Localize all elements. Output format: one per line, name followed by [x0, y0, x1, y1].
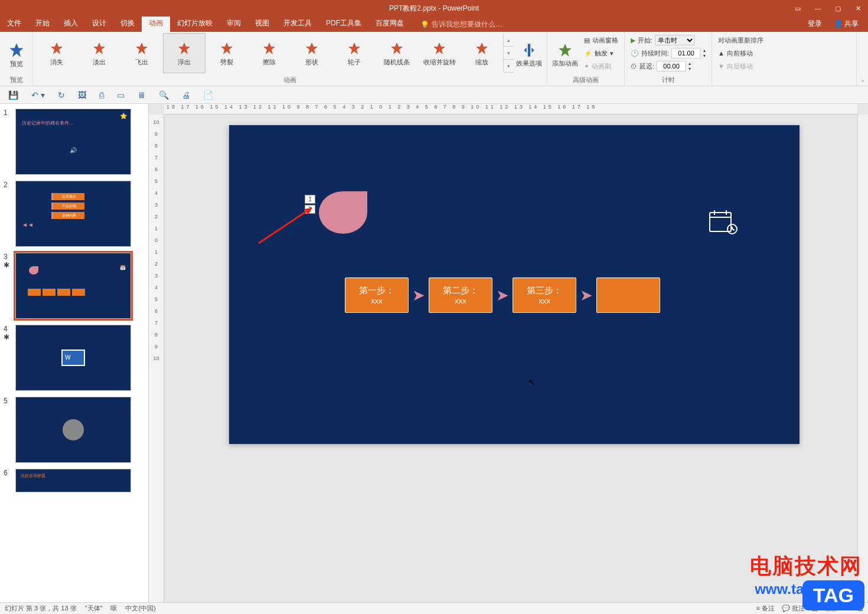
thumb-row[interactable]: 3✱ 📅: [4, 253, 145, 319]
share-button[interactable]: 👤 共享: [829, 17, 863, 31]
delay-input[interactable]: [657, 61, 686, 71]
redo-icon[interactable]: ↻: [58, 90, 65, 100]
anim-flyout[interactable]: 飞出: [120, 33, 163, 73]
tab-home[interactable]: 开始: [28, 15, 57, 32]
more-icon[interactable]: ⎙: [99, 90, 104, 100]
tab-review[interactable]: 审阅: [220, 15, 248, 32]
painter-label: 动画刷: [592, 62, 611, 71]
close-icon[interactable]: ✕: [848, 0, 868, 17]
comments-button[interactable]: 💬 批注: [782, 604, 805, 613]
anim-disappear[interactable]: 消失: [35, 33, 78, 73]
scrollbar-vertical[interactable]: [857, 115, 868, 602]
svg-line-24: [732, 229, 735, 230]
add-animation-button[interactable]: 添加动画: [550, 33, 580, 74]
delay-label: 延迟:: [639, 62, 654, 71]
slide-canvas[interactable]: 1 2 第一步：xxx ➤ 第二步：xxx ➤ 第三步：: [229, 125, 800, 444]
trigger-button[interactable]: ⚡触发 ▾: [584, 47, 618, 59]
pane-icon: ▤: [584, 37, 590, 44]
step1-sub: xxx: [371, 296, 383, 305]
slide-thumb-1[interactable]: ⭐ 历史记录中的精名事件… 🔊: [15, 109, 131, 175]
tell-me-text: 告诉我您想要做什么…: [432, 19, 502, 30]
anim-split[interactable]: 劈裂: [205, 33, 248, 73]
notes-button[interactable]: ≡ 备注: [756, 604, 774, 613]
login-button[interactable]: 登录: [803, 17, 827, 31]
undo-icon[interactable]: ↶ ▾: [31, 90, 45, 100]
flow-step-4[interactable]: [596, 277, 660, 313]
present-icon[interactable]: 🖥: [138, 90, 146, 100]
tab-slideshow[interactable]: 幻灯片放映: [170, 15, 220, 32]
tab-developer[interactable]: 开发工具: [276, 15, 319, 32]
thumb-row[interactable]: 1 ⭐ 历史记录中的精名事件… 🔊: [4, 109, 145, 175]
calendar-clock-icon[interactable]: [709, 209, 738, 235]
language-indicator[interactable]: 中文(中国): [125, 604, 155, 613]
duration-input[interactable]: [671, 48, 701, 58]
anim-wipe[interactable]: 擦除: [248, 33, 291, 73]
quick-access-toolbar: 💾 ↶ ▾ ↻ 🖼 ⎙ ▭ 🖥 🔍 🖨 📄: [0, 86, 868, 104]
preview-star-icon: [8, 42, 25, 58]
from-beginning-icon[interactable]: ▭: [117, 90, 125, 100]
animation-pane-button[interactable]: ▤动画窗格: [584, 34, 618, 46]
flow-step-3[interactable]: 第三步：xxx: [513, 277, 576, 313]
zoom-icon[interactable]: 🔍: [159, 90, 169, 100]
doc-icon[interactable]: 📄: [203, 90, 213, 100]
add-animation-icon: [557, 43, 573, 58]
anim-shrink[interactable]: 收缩并旋转: [418, 33, 461, 73]
step2-sub: xxx: [455, 296, 466, 305]
thumb1-title: 历史记录中的精名事件…: [22, 120, 74, 126]
svg-marker-11: [476, 43, 488, 54]
thumb-row[interactable]: 6 此处添加标题: [4, 469, 145, 492]
tab-file[interactable]: 文件: [0, 15, 28, 32]
gallery-scroll[interactable]: ▴▾▾: [503, 34, 514, 73]
move-earlier-button[interactable]: ▲向前移动: [718, 47, 763, 59]
slide-thumb-3[interactable]: 📅: [15, 253, 131, 319]
animation-painter-button[interactable]: ✦动画刷: [584, 60, 618, 72]
step3-sub: xxx: [539, 296, 550, 305]
preview-button[interactable]: 预览: [2, 33, 30, 74]
anim-floatout[interactable]: 浮出: [163, 33, 205, 73]
flow-step-2[interactable]: 第二步：xxx: [429, 277, 492, 313]
maximize-icon[interactable]: ▢: [828, 0, 848, 17]
anim-zoom[interactable]: 缩放: [461, 33, 503, 73]
slide-panel[interactable]: 1 ⭐ 历史记录中的精名事件… 🔊 2 公司简介 产品介绍 案例内容 ◄◄ 3✱: [0, 104, 149, 602]
start-select[interactable]: 单击时: [655, 35, 695, 45]
svg-marker-3: [136, 43, 148, 54]
play-icon: ▶: [631, 37, 635, 44]
anim-randombars[interactable]: 随机线条: [376, 33, 418, 73]
tell-me[interactable]: 💡 告诉我您想要做什么…: [420, 19, 502, 32]
tab-view[interactable]: 视图: [248, 15, 276, 32]
preview-group-label: 预览: [2, 74, 30, 86]
tab-design[interactable]: 设计: [85, 15, 113, 32]
tab-transitions[interactable]: 切换: [113, 15, 142, 32]
app-title: PPT教程2.pptx - PowerPoint: [389, 4, 479, 14]
flow-step-1[interactable]: 第一步：xxx: [345, 277, 409, 313]
anim-shape[interactable]: 形状: [291, 33, 333, 73]
trigger-icon: ⚡: [584, 50, 592, 57]
tab-insert[interactable]: 插入: [57, 15, 85, 32]
animation-gallery[interactable]: 消失 淡出 飞出 浮出 劈裂 擦除 形状 轮子 随机线条 收缩并旋转 缩放 ▴▾…: [35, 33, 514, 73]
screenshot-icon[interactable]: 🖼: [78, 90, 86, 100]
anim-fade[interactable]: 淡出: [78, 33, 120, 73]
slide-thumb-4[interactable]: W: [15, 325, 131, 391]
tab-pdf[interactable]: PDF工具集: [319, 15, 368, 32]
slide-counter[interactable]: 幻灯片 第 3 张，共 13 张: [5, 604, 77, 613]
flow-diagram[interactable]: 第一步：xxx ➤ 第二步：xxx ➤ 第三步：xxx ➤: [345, 277, 660, 313]
effect-options-button[interactable]: 效果选项: [514, 33, 544, 74]
teardrop-shape[interactable]: [319, 191, 367, 234]
thumb-row[interactable]: 5: [4, 397, 145, 463]
flow-arrow-icon: ➤: [496, 286, 509, 305]
print-icon[interactable]: 🖨: [182, 90, 190, 100]
tab-animations[interactable]: 动画: [142, 15, 170, 32]
slide-thumb-5[interactable]: [15, 397, 131, 463]
save-icon[interactable]: 💾: [8, 90, 18, 100]
collapse-ribbon-icon[interactable]: ⌃: [856, 32, 868, 86]
anim-wheel[interactable]: 轮子: [333, 33, 376, 73]
thumb-row[interactable]: 4✱ W: [4, 325, 145, 391]
slide-thumb-6[interactable]: 此处添加标题: [15, 469, 131, 492]
ribbon-display-icon[interactable]: ▭: [788, 0, 808, 17]
thumb-row[interactable]: 2 公司简介 产品介绍 案例内容 ◄◄: [4, 181, 145, 247]
lang-button[interactable]: 呕: [110, 604, 117, 613]
tab-baidu[interactable]: 百度网盘: [368, 15, 411, 32]
slide-thumb-2[interactable]: 公司简介 产品介绍 案例内容 ◄◄: [15, 181, 131, 247]
minimize-icon[interactable]: —: [808, 0, 828, 17]
preview-label: 预览: [10, 60, 23, 68]
